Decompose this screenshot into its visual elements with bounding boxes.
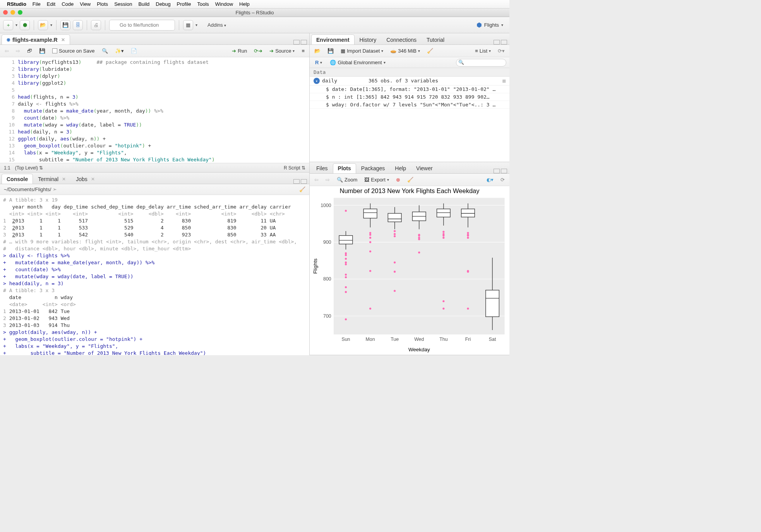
menu-debug[interactable]: Debug	[156, 1, 170, 7]
menu-file[interactable]: File	[33, 1, 41, 7]
menu-profile[interactable]: Profile	[177, 1, 191, 7]
source-button[interactable]: ➔Source ▾	[267, 46, 297, 56]
clear-env-button[interactable]: 🧹	[425, 46, 435, 56]
terminal-tab[interactable]: Terminal✕	[33, 174, 71, 184]
addins-menu[interactable]: Addins ▾	[204, 21, 230, 29]
show-in-new-window-button[interactable]: 🗗	[25, 46, 34, 56]
prev-plot-button[interactable]: ⇦	[312, 175, 321, 184]
svg-point-20	[345, 276, 347, 278]
jobs-tab[interactable]: Jobs✕	[71, 174, 100, 184]
help-tab[interactable]: Help	[390, 163, 411, 173]
grid-button[interactable]: ▦	[183, 20, 193, 30]
save-all-button[interactable]: 🗄	[73, 20, 83, 30]
file-type-indicator[interactable]: R Script ⇅	[284, 165, 305, 171]
svg-point-16	[345, 258, 347, 260]
console-tab[interactable]: Console	[2, 174, 33, 184]
window-minimize-button[interactable]	[10, 10, 15, 15]
rerun-button[interactable]: ⟳➔	[252, 46, 265, 56]
export-button[interactable]: 🖼 Export ▾	[362, 175, 391, 184]
wd-arrow-icon[interactable]: ➣	[53, 186, 57, 192]
svg-text:Wed: Wed	[414, 336, 424, 342]
code-editor[interactable]: 12345678910111213141516 library(nycfligh…	[0, 57, 309, 163]
svg-point-76	[467, 236, 469, 238]
working-directory[interactable]: ~/Documents/Flights/	[4, 186, 51, 192]
menu-view[interactable]: View	[80, 1, 91, 7]
view-mode-button[interactable]: ≡ List ▾	[473, 46, 493, 56]
memory-indicator[interactable]: 🥧 346 MiB ▾	[388, 46, 422, 56]
env-var-daily[interactable]: ▾ daily 365 obs. of 3 variables ▦	[310, 77, 509, 86]
next-plot-button[interactable]: ⇨	[323, 175, 332, 184]
back-button[interactable]: ⇦	[2, 46, 11, 56]
outline-button[interactable]: ≡	[299, 46, 307, 56]
app-name[interactable]: RStudio	[7, 1, 26, 7]
menu-tools[interactable]: Tools	[197, 1, 209, 7]
files-tab[interactable]: Files	[311, 163, 333, 173]
env-scope[interactable]: 🌐 Global Environment ▾	[327, 58, 387, 67]
find-button[interactable]: 🔍	[99, 46, 110, 56]
source-tab[interactable]: ◉ flights-example.R ✕	[2, 34, 70, 44]
minimize-env-button[interactable]	[494, 40, 500, 44]
svg-point-34	[369, 270, 371, 272]
menu-session[interactable]: Session	[114, 1, 132, 7]
maximize-env-button[interactable]	[501, 40, 507, 44]
load-workspace-button[interactable]: 📂	[312, 46, 323, 56]
save-button[interactable]: 💾	[60, 20, 70, 30]
publish-button[interactable]: ◐▾	[484, 175, 496, 184]
svg-point-21	[345, 286, 347, 288]
language-scope[interactable]: R ▾	[313, 58, 324, 67]
minimize-plots-button[interactable]	[494, 169, 500, 173]
maximize-plots-button[interactable]	[501, 169, 507, 173]
r-file-icon: ◉	[7, 37, 10, 42]
goto-file-input[interactable]	[109, 20, 175, 31]
wand-button[interactable]: ✨▾	[113, 46, 126, 56]
history-tab[interactable]: History	[355, 34, 382, 44]
run-button[interactable]: ➔Run	[230, 46, 249, 56]
svg-point-64	[442, 234, 444, 236]
svg-point-13	[345, 210, 347, 212]
source-on-save-checkbox[interactable]: Source on Save	[50, 46, 97, 56]
console-tabbar: Console Terminal✕ Jobs✕	[0, 173, 309, 184]
console-output[interactable]: # A tibble: 3 x 19 year month day dep_ti…	[0, 195, 309, 355]
svg-point-55	[418, 238, 420, 240]
import-dataset-button[interactable]: ▦ Import Dataset ▾	[338, 46, 386, 56]
packages-tab[interactable]: Packages	[356, 163, 390, 173]
menu-help[interactable]: Help	[239, 1, 250, 7]
connections-tab[interactable]: Connections	[381, 34, 422, 44]
tutorial-tab[interactable]: Tutorial	[422, 34, 449, 44]
maximize-pane-button[interactable]	[301, 40, 307, 44]
new-file-button[interactable]: ＋	[3, 20, 13, 30]
forward-button[interactable]: ⇨	[14, 46, 22, 56]
svg-point-18	[345, 263, 347, 265]
maximize-console-button[interactable]	[301, 179, 307, 184]
window-zoom-button[interactable]	[18, 10, 22, 15]
scope-indicator[interactable]: (Top Level) ⇅	[15, 165, 43, 171]
refresh-env-button[interactable]: ⟳▾	[495, 46, 507, 56]
print-button[interactable]: 🖨	[91, 20, 101, 30]
window-close-button[interactable]	[3, 10, 8, 15]
menu-plots[interactable]: Plots	[97, 1, 108, 7]
clear-plots-button[interactable]: 🧹	[405, 175, 416, 184]
zoom-button[interactable]: 🔍 Zoom	[334, 175, 360, 184]
expand-icon[interactable]: ▾	[314, 78, 320, 84]
environment-tab[interactable]: Environment	[311, 34, 355, 44]
new-project-button[interactable]: ⬢	[20, 20, 30, 30]
menu-build[interactable]: Build	[138, 1, 149, 7]
grid-icon[interactable]: ▦	[502, 78, 506, 84]
close-tab-icon[interactable]: ✕	[61, 37, 65, 43]
plots-tab[interactable]: Plots	[333, 163, 356, 173]
compile-report-button[interactable]: 📄	[129, 46, 139, 56]
clear-console-button[interactable]: 🧹	[299, 186, 305, 192]
menu-edit[interactable]: Edit	[47, 1, 55, 7]
remove-plot-button[interactable]: ⊗	[394, 175, 403, 184]
svg-text:Thu: Thu	[439, 336, 447, 342]
minimize-pane-button[interactable]	[293, 40, 300, 44]
open-file-button[interactable]: 📂	[38, 20, 48, 30]
save-workspace-button[interactable]: 💾	[325, 46, 336, 56]
refresh-plot-button[interactable]: ⟳	[498, 175, 507, 184]
project-menu[interactable]: ⬢ Flights ▾	[473, 21, 506, 29]
minimize-console-button[interactable]	[293, 179, 300, 184]
viewer-tab[interactable]: Viewer	[411, 163, 438, 173]
menu-code[interactable]: Code	[62, 1, 74, 7]
save-source-button[interactable]: 💾	[37, 46, 48, 56]
menu-window[interactable]: Window	[215, 1, 233, 7]
